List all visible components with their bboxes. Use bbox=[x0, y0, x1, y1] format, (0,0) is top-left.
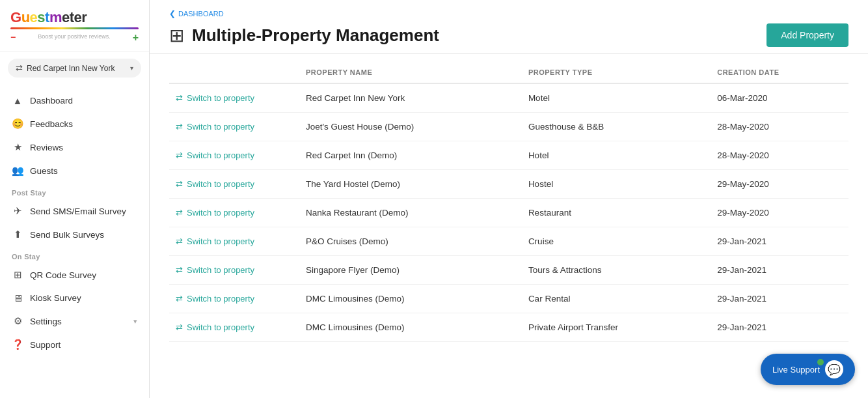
online-indicator bbox=[817, 359, 824, 365]
table-cell-type: Hotel bbox=[522, 141, 711, 170]
table-cell-type: Restaurant bbox=[522, 199, 711, 227]
table-cell-date: 29-Jan-2021 bbox=[711, 227, 848, 256]
building-icon: ⊞ bbox=[169, 25, 184, 46]
table-cell-action: ⇄ Switch to property bbox=[169, 313, 299, 342]
logo-area: Guestmeter − Boost your positive reviews… bbox=[0, 0, 149, 52]
table-row: ⇄ Switch to property Singapore Flyer (De… bbox=[169, 256, 848, 285]
table-cell-action: ⇄ Switch to property bbox=[169, 199, 299, 227]
table-row: ⇄ Switch to property DMC Limousines (Dem… bbox=[169, 285, 848, 313]
switch-to-property-button[interactable]: ⇄ Switch to property bbox=[176, 265, 254, 275]
sidebar-item-support[interactable]: ❓ Support bbox=[0, 333, 149, 356]
table-cell-date: 28-May-2020 bbox=[711, 113, 848, 141]
sidebar-item-label: Reviews bbox=[30, 143, 63, 152]
sidebar-item-bulk-surveys[interactable]: ⬆ Send Bulk Surveys bbox=[0, 223, 149, 246]
table-cell-name: Singapore Flyer (Demo) bbox=[299, 256, 522, 285]
switch-to-property-button[interactable]: ⇄ Switch to property bbox=[176, 93, 254, 103]
breadcrumb-label: DASHBOARD bbox=[178, 10, 224, 18]
switch-icon: ⇄ bbox=[176, 122, 183, 132]
table-cell-name: DMC Limousines (Demo) bbox=[299, 285, 522, 313]
switch-to-property-button[interactable]: ⇄ Switch to property bbox=[176, 179, 254, 189]
switch-btn-label: Switch to property bbox=[187, 122, 254, 132]
reviews-icon: ★ bbox=[12, 141, 23, 153]
sidebar-item-label: Kiosk Survey bbox=[30, 293, 81, 303]
sidebar-item-send-sms[interactable]: ✈ Send SMS/Email Survey bbox=[0, 199, 149, 223]
sidebar-item-label: Guests bbox=[30, 166, 58, 176]
logo-text: Guestmeter bbox=[10, 9, 139, 26]
table-cell-name: P&O Cruises (Demo) bbox=[299, 227, 522, 256]
sidebar-item-label: Feedbacks bbox=[30, 119, 73, 129]
table-cell-date: 28-May-2020 bbox=[711, 141, 848, 170]
switch-to-property-button[interactable]: ⇄ Switch to property bbox=[176, 122, 254, 132]
table-cell-date: 29-Jan-2021 bbox=[711, 313, 848, 342]
switch-icon: ⇄ bbox=[176, 150, 183, 160]
table-cell-name: Joet's Guest House (Demo) bbox=[299, 113, 522, 141]
page-title-left: ⊞ Multiple-Property Management bbox=[169, 25, 439, 46]
sidebar-item-label: Settings bbox=[30, 317, 62, 326]
table-cell-action: ⇄ Switch to property bbox=[169, 227, 299, 256]
bulk-surveys-icon: ⬆ bbox=[12, 229, 23, 240]
table-cell-action: ⇄ Switch to property bbox=[169, 170, 299, 199]
breadcrumb[interactable]: ❮ DASHBOARD bbox=[169, 9, 848, 18]
sidebar-item-reviews[interactable]: ★ Reviews bbox=[0, 135, 149, 159]
switch-to-property-button[interactable]: ⇄ Switch to property bbox=[176, 236, 254, 246]
table-header: PROPERTY NAME PROPERTY TYPE CREATION DAT… bbox=[169, 61, 848, 83]
table-cell-name: The Yard Hostel (Demo) bbox=[299, 170, 522, 199]
table-row: ⇄ Switch to property Red Carpet Inn New … bbox=[169, 83, 848, 113]
switch-icon: ⇄ bbox=[176, 179, 183, 189]
switch-to-property-button[interactable]: ⇄ Switch to property bbox=[176, 322, 254, 332]
logo-letter-s: s bbox=[37, 9, 45, 25]
properties-table-container: PROPERTY NAME PROPERTY TYPE CREATION DAT… bbox=[150, 54, 868, 398]
sidebar-item-feedbacks[interactable]: 😊 Feedbacks bbox=[0, 112, 149, 135]
sidebar-item-guests[interactable]: 👥 Guests bbox=[0, 159, 149, 182]
switch-icon: ⇄ bbox=[176, 265, 183, 275]
col-header-property-type: PROPERTY TYPE bbox=[522, 61, 711, 83]
logo-letter-e: e bbox=[30, 9, 38, 25]
table-cell-name: Red Carpet Inn New York bbox=[299, 83, 522, 113]
sidebar-item-kiosk[interactable]: 🖥 Kiosk Survey bbox=[0, 287, 149, 309]
table-body: ⇄ Switch to property Red Carpet Inn New … bbox=[169, 83, 848, 342]
sidebar-nav: ▲ Dashboard 😊 Feedbacks ★ Reviews 👥 Gues… bbox=[0, 84, 149, 398]
kiosk-icon: 🖥 bbox=[12, 292, 23, 304]
table-row: ⇄ Switch to property Red Carpet Inn (Dem… bbox=[169, 141, 848, 170]
sidebar-item-dashboard[interactable]: ▲ Dashboard bbox=[0, 89, 149, 112]
guests-icon: 👥 bbox=[12, 165, 23, 177]
logo-tagline: Boost your positive reviews. bbox=[38, 33, 111, 44]
switch-to-property-button[interactable]: ⇄ Switch to property bbox=[176, 294, 254, 304]
table-cell-name: Nanka Restaurant (Demo) bbox=[299, 199, 522, 227]
sidebar-item-qr-code[interactable]: ⊞ QR Code Survey bbox=[0, 263, 149, 287]
switch-btn-label: Switch to property bbox=[187, 150, 254, 160]
support-icon: ❓ bbox=[12, 339, 23, 350]
property-selector-label: Red Carpet Inn New York bbox=[27, 64, 115, 73]
switch-btn-label: Switch to property bbox=[187, 265, 254, 275]
table-row: ⇄ Switch to property P&O Cruises (Demo) … bbox=[169, 227, 848, 256]
table-cell-type: Guesthouse & B&B bbox=[522, 113, 711, 141]
chevron-down-icon: ▾ bbox=[130, 64, 133, 72]
switch-btn-label: Switch to property bbox=[187, 236, 254, 246]
add-property-button[interactable]: Add Property bbox=[766, 23, 848, 47]
switch-icon: ⇄ bbox=[16, 63, 23, 73]
switch-btn-label: Switch to property bbox=[187, 93, 254, 103]
table-cell-name: DMC Limousines (Demo) bbox=[299, 313, 522, 342]
minus-icon: − bbox=[10, 32, 16, 44]
table-cell-date: 06-Mar-2020 bbox=[711, 83, 848, 113]
logo-letter-rest: eter bbox=[62, 9, 87, 25]
logo-letter-g: G bbox=[10, 9, 21, 25]
col-header-property-name: PROPERTY NAME bbox=[299, 61, 522, 83]
table-cell-action: ⇄ Switch to property bbox=[169, 83, 299, 113]
page-title: Multiple-Property Management bbox=[192, 25, 439, 46]
live-support-label: Live Support bbox=[772, 365, 820, 375]
breadcrumb-arrow-icon: ❮ bbox=[169, 9, 176, 18]
feedbacks-icon: 😊 bbox=[12, 118, 23, 130]
switch-icon: ⇄ bbox=[176, 322, 183, 332]
switch-btn-label: Switch to property bbox=[187, 179, 254, 189]
chat-bubble-icon: 💬 bbox=[825, 360, 843, 378]
switch-to-property-button[interactable]: ⇄ Switch to property bbox=[176, 208, 254, 218]
table-cell-date: 29-Jan-2021 bbox=[711, 256, 848, 285]
table-cell-name: Red Carpet Inn (Demo) bbox=[299, 141, 522, 170]
switch-icon: ⇄ bbox=[176, 93, 183, 103]
switch-to-property-button[interactable]: ⇄ Switch to property bbox=[176, 150, 254, 160]
property-selector[interactable]: ⇄ Red Carpet Inn New York ▾ bbox=[8, 59, 141, 78]
sidebar-item-settings[interactable]: ⚙ Settings ▾ bbox=[0, 309, 149, 333]
main-content: ❮ DASHBOARD ⊞ Multiple-Property Manageme… bbox=[150, 0, 868, 398]
live-support-widget[interactable]: Live Support 💬 bbox=[761, 354, 855, 385]
